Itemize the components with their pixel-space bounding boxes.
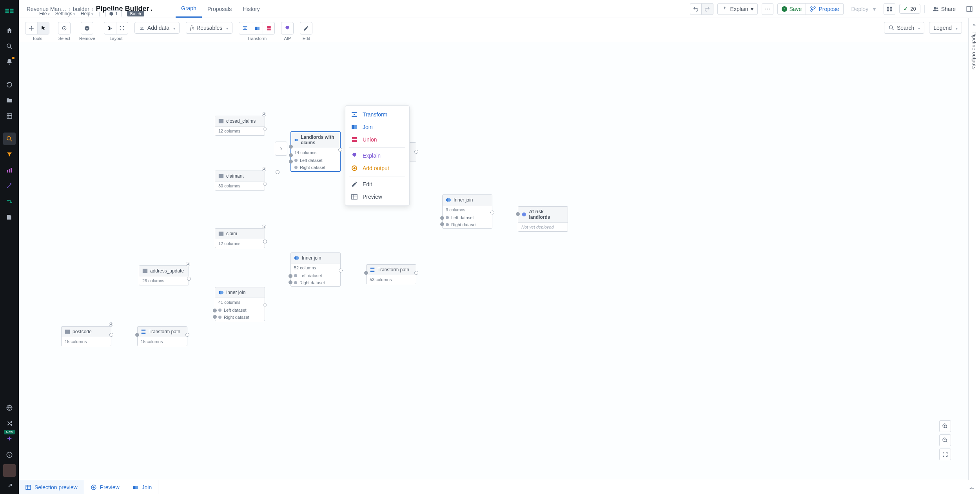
svg-point-10 bbox=[811, 7, 812, 8]
tool-label-layout: Layout bbox=[109, 36, 122, 41]
tab-history[interactable]: History bbox=[237, 0, 265, 18]
rail-popout-icon[interactable] bbox=[3, 480, 16, 492]
menu-help[interactable]: Help bbox=[81, 11, 93, 16]
tool-remove[interactable] bbox=[81, 22, 93, 34]
node-transform-path-postcode[interactable]: Transform path 15 columns bbox=[137, 326, 187, 346]
menu-union[interactable]: Union bbox=[345, 133, 409, 146]
rail-help-icon[interactable]: ? bbox=[3, 449, 16, 461]
checks-pill[interactable]: ✓ 20 bbox=[899, 4, 920, 14]
menu-preview[interactable]: Preview bbox=[345, 191, 409, 203]
menu-file[interactable]: File bbox=[39, 11, 50, 16]
tool-group-remove: Remove bbox=[79, 22, 95, 41]
tool-layout-grid[interactable] bbox=[116, 22, 128, 34]
collapse-handle[interactable] bbox=[186, 262, 190, 266]
zoom-in-button[interactable] bbox=[939, 420, 951, 432]
explain-button[interactable]: Explain ▾ bbox=[717, 3, 758, 15]
port[interactable] bbox=[276, 170, 279, 174]
rail-wand-icon[interactable] bbox=[3, 180, 16, 192]
rail-pipeline-icon[interactable] bbox=[3, 195, 16, 208]
checks-count: 20 bbox=[910, 6, 916, 12]
tool-layout-tree[interactable] bbox=[104, 22, 116, 34]
worker-count[interactable]: 1 bbox=[105, 10, 122, 17]
node-closed-claims[interactable]: closed_claims 12 columns bbox=[215, 116, 265, 136]
app-logo[interactable] bbox=[3, 5, 16, 17]
redo-button[interactable] bbox=[702, 3, 713, 15]
menu-join[interactable]: Join bbox=[345, 121, 409, 133]
rail-dataset-icon[interactable] bbox=[3, 110, 16, 122]
rail-ai-icon[interactable] bbox=[3, 433, 16, 445]
zoom-out-button[interactable] bbox=[939, 434, 951, 446]
bottom-tab-join[interactable]: Join bbox=[126, 480, 159, 494]
rail-globe-icon[interactable] bbox=[3, 401, 16, 414]
tool-pan[interactable] bbox=[25, 22, 37, 34]
panel-toggle-button[interactable] bbox=[964, 3, 975, 15]
bottom-tab-preview[interactable]: Preview bbox=[84, 480, 126, 494]
reusables-button[interactable]: fx Reusables bbox=[186, 22, 232, 34]
tab-proposals[interactable]: Proposals bbox=[202, 0, 237, 18]
node-inner-join-addr[interactable]: Inner join 41 columns Left dataset Right… bbox=[215, 287, 265, 321]
table-icon bbox=[25, 484, 31, 490]
svg-point-18 bbox=[936, 7, 938, 9]
node-transform-path-53[interactable]: Transform path 53 columns bbox=[366, 264, 416, 284]
join-icon bbox=[132, 484, 139, 490]
collapse-panel-icon[interactable]: « bbox=[973, 22, 976, 27]
rail-filter-icon[interactable] bbox=[3, 148, 16, 161]
node-landlords-with-claims[interactable]: Landlords with claims 14 columns Left da… bbox=[290, 131, 341, 172]
menu-explain[interactable]: Explain bbox=[345, 149, 409, 162]
transform-icon-button[interactable] bbox=[239, 22, 251, 34]
menu-add-output[interactable]: Add output bbox=[345, 162, 409, 174]
collapse-handle[interactable] bbox=[262, 225, 266, 229]
collapse-handle[interactable] bbox=[109, 322, 113, 327]
undo-button[interactable] bbox=[690, 3, 702, 15]
add-data-button[interactable]: Add data bbox=[134, 22, 180, 34]
deploy-button[interactable]: Deploy ▾ bbox=[848, 3, 880, 15]
svg-rect-58 bbox=[354, 125, 357, 129]
svg-rect-59 bbox=[352, 137, 357, 139]
node-claimant[interactable]: claimant 30 columns bbox=[215, 171, 265, 191]
menu-settings[interactable]: Settings bbox=[55, 11, 75, 16]
more-button[interactable]: ⋯ bbox=[762, 3, 773, 15]
svg-point-34 bbox=[889, 26, 893, 29]
legend-button[interactable]: Legend bbox=[929, 22, 962, 34]
save-button[interactable]: ↑ Save bbox=[777, 3, 806, 15]
rail-history-icon[interactable] bbox=[3, 78, 16, 91]
rail-avatar[interactable] bbox=[3, 464, 16, 477]
node-inner-join-claim[interactable]: Inner join 52 columns Left dataset Right… bbox=[290, 252, 341, 287]
svg-point-23 bbox=[108, 26, 109, 27]
aip-button[interactable] bbox=[281, 22, 293, 34]
node-at-risk-landlords[interactable]: At risk landlords Not yet deployed bbox=[518, 206, 568, 232]
edit-button[interactable] bbox=[300, 22, 312, 34]
node-address-update[interactable]: address_update 26 columns bbox=[139, 265, 189, 285]
tab-graph[interactable]: Graph bbox=[176, 0, 202, 18]
right-panel-label[interactable]: Pipeline outputs bbox=[971, 31, 977, 69]
node-inner-join-top[interactable]: Inner join 3 columns Left dataset Right … bbox=[442, 194, 492, 229]
share-button[interactable]: Share bbox=[929, 3, 960, 15]
canvas[interactable]: closed_claims 12 columns claimant 30 col… bbox=[19, 42, 968, 480]
grid-button[interactable] bbox=[884, 3, 895, 15]
tool-pointer[interactable] bbox=[37, 22, 49, 34]
collapse-handle[interactable] bbox=[262, 112, 266, 116]
rail-docs-icon[interactable] bbox=[3, 211, 16, 223]
rail-notifications-icon[interactable] bbox=[3, 56, 16, 68]
rail-chart-icon[interactable] bbox=[3, 164, 16, 176]
rail-folder-icon[interactable] bbox=[3, 94, 16, 107]
zoom-fit-button[interactable] bbox=[939, 449, 951, 460]
menu-edit[interactable]: Edit bbox=[345, 178, 409, 191]
rail-home-icon[interactable] bbox=[3, 24, 16, 37]
rail-shuffle-icon[interactable] bbox=[3, 417, 16, 430]
search-button[interactable]: Search bbox=[884, 22, 924, 34]
propose-button[interactable]: Propose bbox=[806, 3, 843, 15]
node-postcode[interactable]: postcode 15 columns bbox=[61, 326, 111, 346]
bottom-expand-button[interactable]: ︽ bbox=[964, 484, 980, 491]
node-claim[interactable]: claim 12 columns bbox=[215, 228, 265, 248]
bottom-tab-selection-preview[interactable]: Selection preview bbox=[19, 480, 84, 494]
expand-node-button[interactable]: › bbox=[275, 142, 287, 156]
rail-search-icon[interactable] bbox=[3, 40, 16, 53]
collapse-handle[interactable] bbox=[262, 167, 266, 171]
rail-search-orange-icon[interactable] bbox=[3, 133, 16, 145]
menu-transform[interactable]: Transform bbox=[345, 108, 409, 121]
tool-target[interactable] bbox=[58, 22, 70, 34]
union-icon-button[interactable] bbox=[263, 22, 274, 34]
join-icon-button[interactable] bbox=[251, 22, 263, 34]
search-icon bbox=[888, 25, 895, 31]
